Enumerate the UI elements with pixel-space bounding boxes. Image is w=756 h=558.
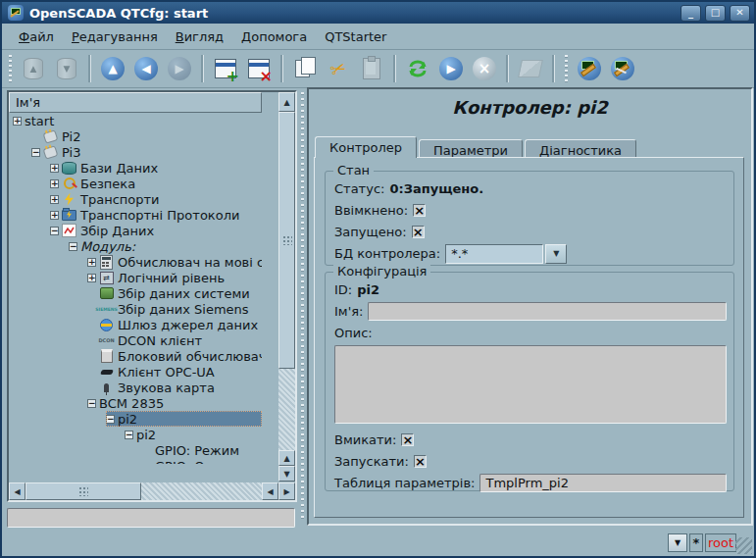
tree-hscroll-right-button[interactable]: ▶ [278,482,295,500]
collapse-icon[interactable]: − [69,242,77,251]
back-button[interactable]: ◀ [130,53,162,84]
navigation-tree: Ім'я +startPi2−Pi3+Бази Даних+Безпека+Тр… [7,90,297,502]
resize-grip[interactable] [735,537,752,554]
close-button[interactable]: ✕ [730,5,750,22]
started-checkbox[interactable] [412,226,425,238]
menu-item-редагування[interactable]: Редагування [63,26,167,47]
forward-button[interactable]: ▶ [164,53,195,84]
expand-icon[interactable]: + [50,211,59,220]
vision-starter-button[interactable] [607,53,638,84]
tree-item-pi2[interactable]: −pi2 [9,427,262,442]
tree-item-bcm-2835[interactable]: −BCM 2835 [9,395,262,411]
name-input[interactable] [368,302,727,321]
menu-item-вигляд[interactable]: Вигляд [167,26,232,47]
tree-item-шлюз-джерел-даних[interactable]: Шлюз джерел даних [9,317,262,332]
tree-hscroll-left-button[interactable]: ◀ [9,482,25,500]
tree-item-логічний-рівень[interactable]: +⇄Логічний рівень [9,270,262,285]
tree-vscroll-track[interactable] [278,369,295,450]
cut-button[interactable]: ✂ [323,53,354,84]
tree-item-бази-даних[interactable]: +Бази Даних [9,160,262,176]
tree-item-транспортні-протоколи[interactable]: +Транспортні Протоколи [9,207,262,223]
enable-checkbox[interactable] [401,433,414,446]
tree-item-label: Обчислювач на мові схож [118,255,262,270]
paste-button[interactable] [356,53,387,84]
minimize-button[interactable]: _ [680,5,701,22]
tree-item-pi3[interactable]: −Pi3 [9,144,262,160]
collapse-icon[interactable]: − [50,227,59,235]
maximize-button[interactable]: □ [705,5,726,22]
param-table-input[interactable]: TmplPrm_pi2 [479,474,727,492]
tree-item-клієнт-opc-ua[interactable]: Клієнт OPC-UA [9,364,262,380]
tree-hscroll-left2-button[interactable]: ◀ [262,482,278,500]
menu-item-qtstarter[interactable]: QTStarter [316,26,395,47]
tree-item-безпека[interactable]: +Безпека [9,176,262,191]
expand-icon[interactable]: + [50,179,59,188]
toolbar-handle[interactable] [564,55,569,82]
tree-item-label: Модуль: [80,239,135,254]
combo-dropdown-button[interactable]: ▼ [545,244,567,264]
tree-hscroll-thumb[interactable] [25,482,141,500]
enabled-checkbox[interactable] [413,204,426,217]
collapse-icon[interactable]: − [125,431,133,439]
tree-item-dcon-клієнт[interactable]: DCONDCON клієнт [9,332,262,348]
qtcfg-starter-button[interactable] [574,53,605,84]
tree-item-збір-даних-siemens[interactable]: SIEMENSЗбір даних Siemens [9,301,262,317]
tab-параметри[interactable]: Параметри [419,139,523,158]
tree-vscroll-up2-button[interactable]: ▲ [278,450,295,466]
toolbar-handle[interactable] [8,55,13,82]
tree-item-label: start [25,114,54,128]
stop-button[interactable]: × [469,53,500,84]
tree-item-збір-даних-системи[interactable]: Збір даних системи [9,285,262,301]
menu-item-допомога[interactable]: Допомога [232,26,316,47]
controller-db-value[interactable]: *.* [445,244,543,264]
expand-icon[interactable]: + [87,274,96,282]
tree-item-блоковий-обчислювач[interactable]: Блоковий обчислювач [9,348,262,364]
tree-item-модуль-[interactable]: −Модуль: [9,238,262,254]
collapse-icon[interactable]: − [87,399,96,408]
tree-item-label: Транспорти [80,192,160,207]
status-modified-indicator[interactable]: * [689,533,703,552]
collapse-icon[interactable]: − [106,415,115,424]
tree-vscroll-thumb[interactable] [278,112,295,369]
start-button[interactable]: ▶ [435,53,467,84]
tree-vscroll-down-button[interactable]: ▼ [278,466,295,482]
config-groupbox: Конфігурація ID: pi2 Ім'я: Опис: Вмикати… [325,272,734,491]
tree-item-label: GPIO: Отримати [155,459,262,465]
description-textarea[interactable] [334,345,727,424]
panel-splitter[interactable] [299,92,306,520]
tree-hscroll-track[interactable] [141,482,262,500]
tree-item-збір-даних[interactable]: −Збір Даних [9,223,262,238]
expand-icon[interactable]: + [87,258,96,267]
tree-header[interactable]: Ім'я [9,92,262,113]
load-button[interactable]: ▲ [18,53,49,84]
tree-item-pi2[interactable]: −pi2 [9,411,262,427]
start-checkbox[interactable] [414,455,427,468]
current-user-label[interactable]: root [705,533,736,552]
expand-icon[interactable]: + [50,164,59,173]
collapse-icon[interactable]: − [31,148,40,157]
tree-item-обчислювач-на-мові-схож[interactable]: +Обчислювач на мові схож [9,254,262,270]
tree-vscroll-up-button[interactable]: ▲ [278,92,295,112]
tree-item-gpio-отримати[interactable]: GPIO: Отримати [9,458,262,464]
menu-item-файл[interactable]: Файл [10,26,63,47]
tree-item-транспорти[interactable]: +Транспорти [9,191,262,207]
tab-діагностика[interactable]: Діагностика [525,139,636,158]
refresh-button[interactable] [402,53,433,84]
tree-item-звукова-карта[interactable]: Звукова карта [9,380,262,395]
copy-button[interactable] [289,53,321,84]
status-dropdown-button[interactable]: ▼ [668,533,687,552]
tab-контролер[interactable]: Контролер [315,136,417,158]
expand-icon[interactable]: + [13,117,22,126]
controller-db-combobox[interactable]: *.* ▼ [445,244,567,264]
delete-item-button[interactable]: × [243,53,275,84]
add-item-button[interactable]: + [210,53,241,84]
tree-item-pi2[interactable]: Pi2 [9,128,262,144]
id-value: pi2 [357,282,379,297]
tree-item-gpio-режим[interactable]: GPIO: Режим [9,442,262,458]
manual-button[interactable] [515,53,546,84]
up-button[interactable]: ▲ [97,53,128,84]
save-button[interactable]: ▼ [51,53,82,84]
expand-icon[interactable]: + [50,195,59,204]
message-field[interactable] [7,508,295,528]
tree-item-start[interactable]: +start [9,113,262,128]
